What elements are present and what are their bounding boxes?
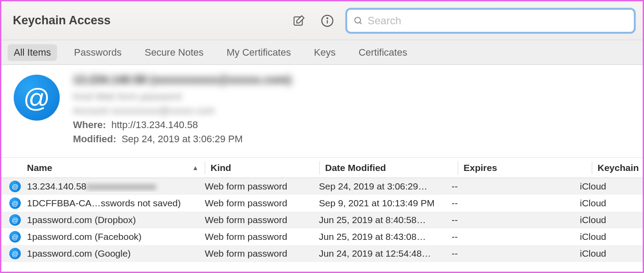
table-row[interactable]: @ 1password.com (Facebook) Web form pass…: [1, 228, 643, 245]
modified-value: Sep 24, 2019 at 3:06:29 PM: [122, 133, 243, 144]
cell-name: 1DCFFBBA-CA…sswords not saved): [27, 198, 205, 209]
header-name[interactable]: Name ▲: [27, 163, 205, 173]
tab-my-certificates[interactable]: My Certificates: [220, 44, 297, 61]
tab-passwords[interactable]: Passwords: [68, 44, 128, 61]
compose-icon: [292, 14, 306, 27]
tab-secure-notes[interactable]: Secure Notes: [138, 44, 210, 61]
cell-name: 1password.com (Dropbox): [27, 215, 205, 225]
where-label: Where:: [73, 119, 106, 130]
detail-text: 13.234.140.58 (xxxxxxxxxx@xxxxx.com) Kin…: [73, 73, 630, 148]
toolbar: Keychain Access: [1, 1, 643, 40]
cell-name: 13.234.140.58xxxxxxxxxxxxxxx: [27, 181, 205, 192]
cell-kind: Web form password: [205, 198, 319, 209]
info-icon: [321, 14, 334, 27]
header-date[interactable]: Date Modified: [325, 163, 458, 173]
cell-expires: --: [452, 231, 580, 242]
cell-name: 1password.com (Facebook): [27, 231, 205, 242]
where-value: http://13.234.140.58: [111, 119, 198, 130]
svg-point-3: [327, 18, 328, 19]
table-row[interactable]: @ 1DCFFBBA-CA…sswords not saved) Web for…: [1, 195, 643, 212]
row-name-text: 13.234.140.58: [27, 181, 86, 191]
modified-label: Modified:: [73, 133, 116, 144]
at-icon: @: [9, 181, 21, 192]
cell-expires: --: [452, 198, 580, 209]
cell-kind: Web form password: [205, 248, 319, 259]
table-row[interactable]: @ 1password.com (Google) Web form passwo…: [1, 245, 643, 262]
cell-date: Jun 24, 2019 at 12:54:48…: [319, 248, 452, 259]
cell-date: Sep 24, 2019 at 3:06:29…: [319, 181, 452, 192]
cell-expires: --: [452, 248, 580, 259]
search-field[interactable]: [345, 8, 636, 34]
cell-keychain: iCloud: [580, 181, 643, 192]
cell-kind: Web form password: [205, 181, 319, 192]
info-button[interactable]: [317, 11, 337, 31]
header-expires[interactable]: Expires: [464, 163, 592, 173]
at-icon: @: [9, 248, 21, 259]
cell-kind: Web form password: [205, 231, 319, 242]
cell-keychain: iCloud: [580, 215, 643, 225]
at-icon: @: [9, 214, 21, 226]
tab-bar: All Items Passwords Secure Notes My Cert…: [1, 40, 643, 65]
compose-button[interactable]: [289, 11, 309, 31]
cell-keychain: iCloud: [580, 231, 643, 242]
at-icon: @: [14, 75, 60, 121]
header-kind[interactable]: Kind: [211, 163, 319, 173]
cell-kind: Web form password: [205, 215, 319, 225]
search-icon: [353, 16, 363, 26]
table-header: Name ▲ Kind Date Modified Expires Keycha…: [1, 158, 643, 178]
svg-point-4: [355, 17, 360, 23]
at-icon: @: [9, 197, 21, 209]
window-title: Keychain Access: [13, 14, 111, 27]
tab-certificates[interactable]: Certificates: [353, 44, 414, 61]
cell-date: Sep 9, 2021 at 10:13:49 PM: [319, 198, 452, 209]
table-row[interactable]: @ 1password.com (Dropbox) Web form passw…: [1, 212, 643, 228]
svg-line-5: [360, 22, 361, 24]
detail-pane: @ 13.234.140.58 (xxxxxxxxxx@xxxxx.com) K…: [1, 65, 643, 158]
row-name-blurred: xxxxxxxxxxxxxxx: [86, 181, 156, 192]
search-input[interactable]: [368, 15, 628, 27]
table-row[interactable]: @ 13.234.140.58xxxxxxxxxxxxxxx Web form …: [1, 178, 643, 195]
cell-date: Jun 25, 2019 at 8:40:58…: [319, 215, 452, 225]
table-body: @ 13.234.140.58xxxxxxxxxxxxxxx Web form …: [1, 178, 643, 262]
sort-ascending-icon: ▲: [192, 164, 199, 171]
cell-keychain: iCloud: [580, 198, 643, 209]
cell-date: Jun 25, 2019 at 8:43:08…: [319, 231, 452, 242]
cell-expires: --: [452, 215, 580, 225]
cell-expires: --: [452, 181, 580, 192]
at-icon: @: [9, 231, 21, 243]
tab-all-items[interactable]: All Items: [8, 44, 57, 61]
cell-name: 1password.com (Google): [27, 248, 205, 259]
detail-account-blurred: Account xxxxxxxxxx@xxxxx.com: [73, 105, 630, 117]
detail-title-blurred: 13.234.140.58 (xxxxxxxxxx@xxxxx.com): [73, 73, 630, 87]
tab-keys[interactable]: Keys: [308, 44, 342, 61]
detail-where: Where: http://13.234.140.58: [73, 119, 630, 131]
detail-modified: Modified: Sep 24, 2019 at 3:06:29 PM: [73, 133, 630, 145]
header-keychain[interactable]: Keychain: [598, 163, 643, 173]
detail-kind-blurred: Kind Web form password: [73, 91, 630, 102]
header-name-label: Name: [27, 163, 52, 173]
cell-keychain: iCloud: [580, 248, 643, 259]
